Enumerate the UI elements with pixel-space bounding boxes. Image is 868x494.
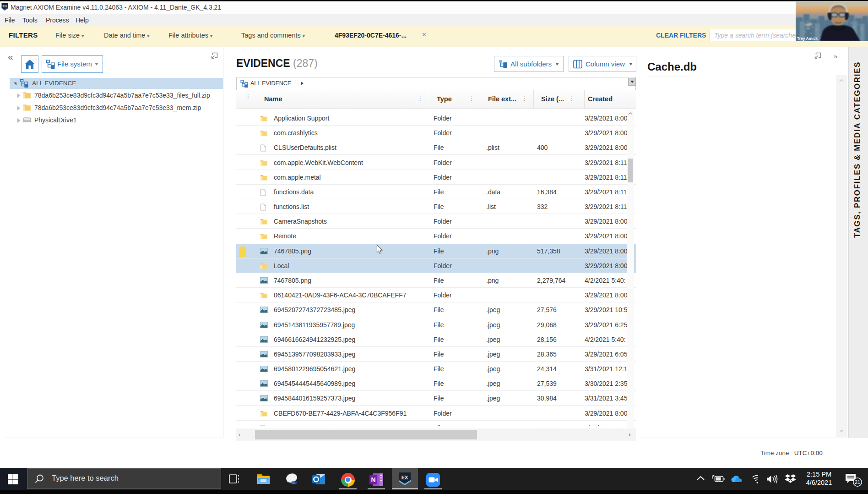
svg-text:Ex: Ex — [3, 4, 7, 8]
svg-text:N: N — [371, 476, 375, 483]
svg-text:EX: EX — [401, 475, 408, 480]
svg-text:21: 21 — [855, 479, 860, 485]
